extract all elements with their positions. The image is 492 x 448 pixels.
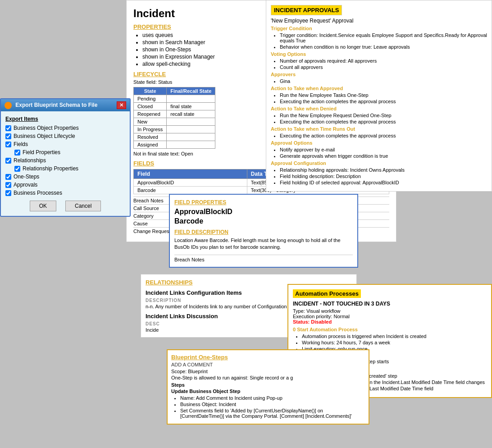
onesteps-panel: Blueprint One-Steps ADD A COMMENT Scope:… [167,349,369,425]
list-item: Business Object: Incident [180,402,365,407]
field-properties-panel: FIELD PROPERTIES ApprovalBlockID Barcode… [169,194,358,268]
voting-header: Voting Options [271,51,487,57]
steps-label: Steps [171,382,365,388]
checkbox-approvals[interactable]: Approvals [5,182,125,188]
dialog-title: Export Blueprint Schema to File [15,102,97,108]
list-item: Working hours: 24 hours, 7 days a week [302,340,487,345]
checkbox-relationship-properties[interactable]: Relationship Properties [14,165,125,172]
dialog-titlebar: Export Blueprint Schema to File ✕ [1,99,130,111]
list-item: Field holding ID of selected approval: A… [280,180,487,185]
scope-text: Scope: Blueprint [171,369,365,374]
checkbox-fields[interactable]: Fields [5,141,125,147]
dialog-buttons: OK Cancel [5,201,125,211]
close-button[interactable]: ✕ [117,101,126,109]
add-comment-label: ADD A COMMENT [171,362,365,367]
table-row: Pending [134,95,215,103]
checkbox-business-object-lifecycle[interactable]: Business Object Lifecycle [5,133,125,139]
col-state: State [134,87,167,95]
list-item: Run the New Employee Tasks One-Step [280,92,487,98]
action-timeout-header: Action to Take when Time Runs Out [271,126,487,132]
field-desc-text: Location Aware Barcode. Field length mus… [174,237,353,251]
list-item: Executing the action completes the appro… [280,99,487,104]
update-step: Update Business Object Step [171,389,365,394]
table-row: Assigned [134,141,215,149]
run-info: One-Step is allowed to run against: Sing… [171,375,365,380]
list-item: Field holding description: Description [280,174,487,179]
table-row: New [134,118,215,126]
action-denied-list: Run the New Employee Request Denied One-… [271,113,487,124]
checkbox-field-properties[interactable]: Field Properties [14,149,125,155]
list-item: Number of approvals required: All approv… [280,58,487,64]
field-name-1: ApprovalBlockID [174,208,353,216]
approvers-header: Approvers [271,72,487,77]
field-desc-header: FIELD DESCRIPTION [174,229,353,235]
orange-circle-icon [5,102,12,109]
checkbox-business-processes[interactable]: Business Processes [5,190,125,196]
checkbox-business-object-properties[interactable]: Business Object Properties [5,125,125,131]
field-props-header: FIELD PROPERTIES [174,199,353,206]
auto-type: Type: Visual workflow [293,308,487,314]
list-item: Executing the action completes the appro… [280,133,487,138]
automation-title: Automation Processes [293,289,361,298]
approvers-list: Gina [271,78,487,84]
approval-options-list: Notify approver by e-mail Generate appro… [271,147,487,159]
approvals-title: INCIDENT APPROVALS [271,5,342,15]
field-col: Field [134,169,247,179]
step-items-list: Name: Add Comment to Incident using Pop-… [171,395,365,419]
lifecycle-table: State Final/Recall State Pending Closedf… [133,87,215,149]
approval-name: 'New Employee Request' Approval [271,18,487,24]
checkbox-one-steps[interactable]: One-Steps [5,174,125,180]
checkbox-relationships[interactable]: Relationships [5,157,125,164]
cancel-button[interactable]: Cancel [65,201,101,211]
action-timeout-list: Executing the action completes the appro… [271,133,487,138]
approval-options-header: Approval Options [271,140,487,146]
export-items-label: Export Items [5,116,125,122]
trigger-list: Trigger condition: Incident.Service equa… [271,32,487,50]
field-name-3: Breach Notes [174,255,353,262]
export-dialog: Export Blueprint Schema to File ✕ Export… [0,98,131,217]
list-item: Name: Add Comment to Incident using Pop-… [180,395,365,401]
voting-list: Number of approvals required: All approv… [271,58,487,70]
onesteps-title: Blueprint One-Steps [171,354,365,361]
auto-status: Status: Disabled [293,319,487,325]
process-name: INCIDENT - NOT TOUCHED IN 3 DAYS [293,301,487,307]
list-item: Relationship holding approvals: Incident… [280,167,487,173]
table-row: Reopenedrecall state [134,110,215,118]
approval-config-header: Approval Configuration [271,160,487,166]
action-approved-list: Run the New Employee Tasks One-Step Exec… [271,92,487,104]
list-item: Generate approvals when trigger conditio… [280,153,487,159]
ok-button[interactable]: OK [30,201,56,211]
list-item: Behavior when condition is no longer tru… [280,44,487,50]
list-item: Gina [280,78,487,84]
list-item: Count all approvers [280,64,487,70]
list-item: Automation process is triggered when Inc… [302,334,487,339]
field-name-2: Barcode [174,217,353,225]
col-final: Final/Recall State [167,87,215,95]
list-item: Run the New Employee Request Denied One-… [280,113,487,118]
list-item: Trigger condition: Incident.Service equa… [280,32,487,43]
table-row: In Progress [134,126,215,133]
table-row: Resolved [134,133,215,141]
table-row: Closedfinal state [134,103,215,110]
action-denied-header: Action to Take when Denied [271,106,487,111]
approval-config-list: Relationship holding approvals: Incident… [271,167,487,185]
action-approved-header: Action to Take when Approved [271,86,487,91]
dialog-body: Export Items Business Object Properties … [1,111,130,216]
list-item: Executing the action completes the appro… [280,119,487,124]
start-header: 0 Start Automation Process [293,327,487,332]
trigger-header: Trigger Condition [271,26,487,31]
list-item: Notify approver by e-mail [280,147,487,152]
auto-priority: Execution priority: Normal [293,314,487,319]
list-item: Set Comments field to 'Added by [Current… [180,408,365,419]
approvals-panel: INCIDENT APPROVALS 'New Employee Request… [266,0,492,192]
